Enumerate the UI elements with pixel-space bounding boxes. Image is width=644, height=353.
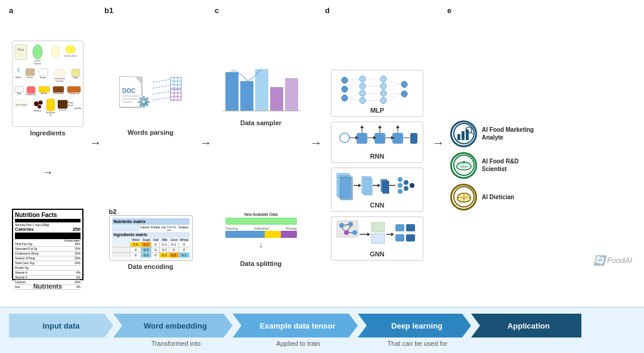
svg-point-140 <box>348 222 353 227</box>
parsing-lines <box>153 76 182 111</box>
app-dietician: AI Dietician <box>450 184 540 210</box>
new-available-label: New Available Data <box>225 212 297 216</box>
svg-point-72 <box>360 76 366 82</box>
rnn-diagram <box>336 125 419 151</box>
svg-line-94 <box>386 94 401 94</box>
scientist-icon <box>450 152 477 179</box>
section-c-label: c <box>215 6 219 15</box>
data-sampler-chart <box>222 63 300 117</box>
gnn-label: GNN <box>370 250 384 258</box>
svg-text:Sour Cream: Sour Cream <box>16 104 27 106</box>
svg-text:Raisins: Raisins <box>33 109 41 112</box>
svg-text:Coconut: Coconut <box>55 80 63 82</box>
svg-line-52 <box>153 97 171 100</box>
svg-rect-35 <box>47 99 55 111</box>
pipeline-arrows: Input data Word embedding Example data t… <box>9 314 635 337</box>
svg-point-33 <box>38 105 41 109</box>
svg-line-135 <box>402 188 404 191</box>
arrow-de: → <box>432 6 444 304</box>
marketing-text: AI Food Marketing Analyte <box>482 126 540 141</box>
ingredients-box: Flour Green Onions Lemon Zest Water Yeas <box>12 41 83 127</box>
arrow-to-nutrients: → <box>42 166 53 179</box>
svg-rect-58 <box>171 89 181 100</box>
pipeline-sublabels: Transformed into Applied to train That c… <box>9 340 635 347</box>
gear-icon: ⚙️ <box>137 95 150 109</box>
svg-rect-150 <box>371 234 385 243</box>
svg-text:Onions: Onions <box>33 62 41 65</box>
data-sampler-label: Data sampler <box>240 119 281 126</box>
svg-line-95 <box>386 94 401 101</box>
svg-point-142 <box>352 230 357 235</box>
svg-point-76 <box>380 76 386 82</box>
svg-text:Cocoa: Cocoa <box>59 109 66 112</box>
svg-line-134 <box>402 185 404 188</box>
section-a: a Flour Green Onions <box>9 6 86 304</box>
svg-text:Chocolate: Chocolate <box>52 92 64 95</box>
svg-rect-116 <box>340 177 352 200</box>
svg-line-92 <box>386 79 401 85</box>
svg-point-127 <box>398 183 402 188</box>
pipeline-step-embedding: Word embedding <box>113 314 233 337</box>
svg-text:Yeast: Yeast <box>27 76 33 79</box>
svg-text:Water: Water <box>15 76 21 79</box>
words-parsing-area: DOC <box>112 61 190 136</box>
data-splitting-box: New Available Data TrainingValidationTes… <box>222 204 300 258</box>
svg-rect-63 <box>225 72 239 111</box>
svg-rect-97 <box>357 133 367 144</box>
svg-rect-124 <box>383 181 389 193</box>
section-d: d <box>325 6 429 304</box>
marketing-icon <box>450 120 477 147</box>
dietician-text: AI Dietician <box>482 193 514 201</box>
svg-line-137 <box>408 185 410 188</box>
data-sampler-box <box>222 63 300 117</box>
nutrients-label: Nutrients <box>33 283 62 290</box>
svg-rect-67 <box>285 78 298 111</box>
svg-line-136 <box>408 182 410 185</box>
svg-line-49 <box>153 79 171 82</box>
svg-line-51 <box>153 91 171 94</box>
section-d-label: d <box>325 6 330 15</box>
svg-line-86 <box>348 94 360 98</box>
pipeline-step-tensor: Example data tensor <box>233 314 358 337</box>
sublabel-applied: Applied to train <box>236 340 361 347</box>
svg-marker-113 <box>396 125 400 128</box>
svg-text:Preserves: Preserves <box>25 93 36 96</box>
rnn-label: RNN <box>370 153 385 160</box>
dietician-icon <box>450 184 477 210</box>
svg-rect-155 <box>395 234 404 241</box>
svg-point-139 <box>339 223 344 228</box>
svg-point-141 <box>344 230 349 235</box>
svg-rect-38 <box>58 100 67 109</box>
svg-point-71 <box>342 95 348 101</box>
svg-rect-1 <box>15 45 27 60</box>
svg-point-6 <box>51 46 60 58</box>
svg-point-168 <box>463 161 465 163</box>
mlp-box: MLP <box>331 70 423 117</box>
svg-rect-10 <box>26 69 35 76</box>
svg-rect-154 <box>406 224 415 231</box>
svg-line-85 <box>348 89 360 94</box>
svg-text:Cinnamon: Cinnamon <box>68 92 79 95</box>
pipeline-step-input: Input data <box>9 314 113 337</box>
pipeline-section: Input data Word embedding Example data t… <box>0 306 644 353</box>
arrow-bc: → <box>200 6 212 304</box>
app-scientist: AI Food R&D Scientist <box>450 152 540 179</box>
svg-point-3 <box>33 45 42 59</box>
svg-point-73 <box>360 83 366 89</box>
svg-point-14 <box>54 69 66 78</box>
svg-marker-152 <box>391 233 394 236</box>
svg-point-96 <box>340 133 349 143</box>
svg-point-78 <box>380 91 386 97</box>
mlp-diagram <box>336 73 419 106</box>
svg-text:Flour: Flour <box>17 48 24 51</box>
svg-rect-98 <box>374 133 385 144</box>
svg-marker-148 <box>367 233 370 236</box>
svg-rect-64 <box>240 81 253 111</box>
gnn-box: GNN <box>331 216 423 261</box>
svg-rect-153 <box>395 224 404 231</box>
svg-point-126 <box>398 177 402 182</box>
nutrition-title: Nutrition Facts <box>15 212 80 222</box>
scientist-text: AI Food R&D Scientist <box>482 157 540 173</box>
section-e: e AI Food Marketing Analyte <box>447 6 543 304</box>
svg-point-130 <box>404 186 408 191</box>
